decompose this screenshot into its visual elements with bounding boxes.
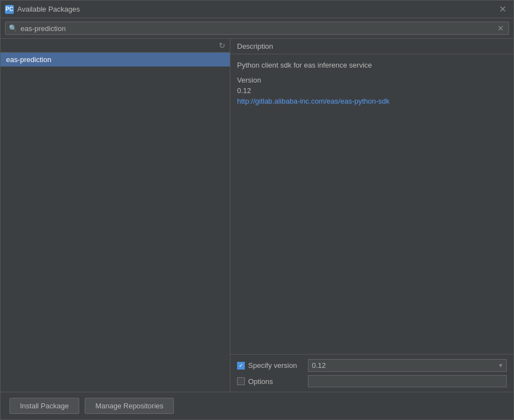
app-icon: PC	[5, 5, 14, 14]
options-checkbox[interactable]	[237, 377, 245, 385]
main-content: ↻ eas-prediction Description Python clie…	[1, 39, 513, 392]
specify-version-checkbox[interactable]: ✓	[237, 362, 245, 370]
checkmark-icon: ✓	[239, 363, 243, 368]
search-icon: 🔍	[9, 24, 17, 32]
search-input[interactable]	[20, 24, 496, 33]
version-number: 0.12	[237, 86, 507, 95]
package-list-panel: ↻ eas-prediction	[1, 39, 230, 392]
package-link[interactable]: http://gitlab.alibaba-inc.com/eas/eas-py…	[237, 97, 389, 105]
specify-version-row: ✓ Specify version 0.12 0.11 0.10 0.9 ▼	[237, 359, 507, 372]
list-item[interactable]: eas-prediction	[1, 53, 230, 66]
clear-search-icon[interactable]: ✕	[496, 24, 505, 33]
title-bar: PC Available Packages ✕	[1, 1, 513, 18]
description-short: Python client sdk for eas inference serv…	[237, 61, 507, 69]
manage-repositories-button[interactable]: Manage Repositories	[85, 398, 174, 414]
refresh-button[interactable]: ↻	[217, 40, 228, 51]
available-packages-window: PC Available Packages ✕ 🔍 ✕ ↻ eas-predic…	[0, 0, 514, 420]
close-button[interactable]: ✕	[496, 3, 509, 16]
install-package-button[interactable]: Install Package	[9, 398, 79, 414]
footer: Install Package Manage Repositories	[1, 392, 513, 419]
specify-version-label: Specify version	[248, 361, 304, 370]
version-select[interactable]: 0.12 0.11 0.10 0.9	[308, 359, 507, 372]
options-label: Options	[248, 377, 304, 386]
specify-version-checkbox-wrapper: ✓ Specify version	[237, 361, 304, 370]
options-text-input[interactable]	[308, 375, 507, 387]
options-checkbox-wrapper: Options	[237, 377, 304, 386]
refresh-row: ↻	[1, 39, 230, 53]
description-panel: Description Python client sdk for eas in…	[230, 39, 513, 392]
window-title: Available Packages	[17, 5, 496, 13]
version-label: Version	[237, 76, 507, 84]
version-select-wrapper: 0.12 0.11 0.10 0.9 ▼	[308, 359, 507, 372]
search-bar: 🔍 ✕	[1, 18, 513, 39]
description-body: Python client sdk for eas inference serv…	[230, 54, 513, 354]
options-row: Options	[237, 375, 507, 387]
options-bar: ✓ Specify version 0.12 0.11 0.10 0.9 ▼	[230, 354, 513, 392]
description-header: Description	[230, 39, 513, 54]
search-wrapper: 🔍 ✕	[5, 22, 509, 35]
